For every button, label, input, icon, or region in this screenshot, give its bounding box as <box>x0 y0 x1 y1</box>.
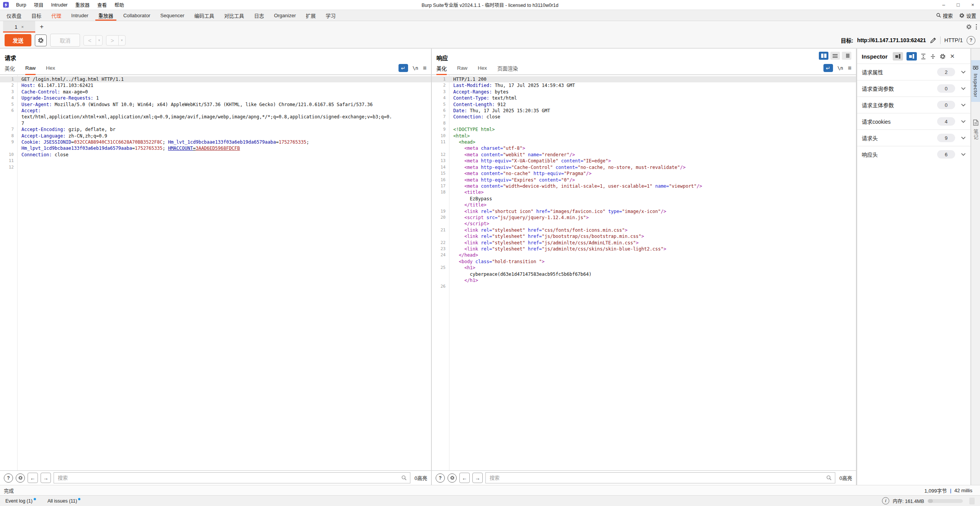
info-icon[interactable]: i <box>882 497 889 504</box>
main-tab-0[interactable]: 仪表盘 <box>2 10 26 21</box>
code-line[interactable]: Hm_lpvt_1cd9bcbaae133f03a6eb19da6579aaba… <box>0 145 431 151</box>
chevron-down-icon[interactable] <box>961 153 966 156</box>
code-line[interactable]: 3Cache-Control: max-age=0 <box>0 89 431 95</box>
cancel-button[interactable]: 取消 <box>50 34 80 47</box>
main-tab-11[interactable]: 扩展 <box>301 10 321 21</box>
main-tab-9[interactable]: 日志 <box>249 10 269 21</box>
search-prev-button[interactable]: ← <box>459 473 470 483</box>
editor-menu-icon[interactable]: ≡ <box>848 65 851 72</box>
code-line[interactable]: 14 <meta http-equiv="Cache-Control" cont… <box>432 164 856 170</box>
search-prev-button[interactable]: ← <box>28 473 38 483</box>
main-tab-7[interactable]: 编码工具 <box>189 10 219 21</box>
chevron-down-icon[interactable] <box>961 87 966 90</box>
chevron-down-icon[interactable] <box>961 120 966 123</box>
repeater-tab-1[interactable]: 1 × <box>3 21 35 33</box>
request-search-input[interactable] <box>57 475 401 481</box>
all-issues-button[interactable]: All issues (11) <box>47 498 81 504</box>
add-tab-button[interactable]: + <box>35 21 48 33</box>
code-line[interactable]: 6Accept: <box>0 108 431 114</box>
code-line[interactable]: 26 <box>432 283 856 290</box>
request-view-tab-1[interactable]: Raw <box>25 62 36 74</box>
code-line[interactable]: 16 <meta http-equiv="Expires" content="0… <box>432 177 856 183</box>
chevron-down-icon[interactable] <box>961 136 966 139</box>
code-line[interactable]: 4Content-Type: text/html <box>432 95 856 101</box>
code-line[interactable]: 18 <title> <box>432 189 856 195</box>
menu-item-4[interactable]: 查看 <box>93 0 111 10</box>
code-line[interactable]: 22 <link rel="stylesheet" href="js/admin… <box>432 240 856 246</box>
layout-rows-button[interactable] <box>830 52 840 60</box>
response-editor[interactable]: 1HTTP/1.1 2002Last-Modified: Thu, 17 Jul… <box>432 75 856 470</box>
search-settings-gear-icon[interactable] <box>448 473 457 483</box>
history-back-button[interactable]: < ▾ <box>83 35 103 46</box>
code-line[interactable]: EzBypass <box>432 196 856 202</box>
code-line[interactable]: 19 <link rel="shortcut icon" href="image… <box>432 208 856 215</box>
code-line[interactable]: 1HTTP/1.1 200 <box>432 76 856 82</box>
code-line[interactable]: 8Accept-Language: zh-CN,zh;q=0.9 <box>0 133 431 139</box>
main-tab-1[interactable]: 目标 <box>26 10 46 21</box>
search-next-button[interactable]: → <box>472 473 483 483</box>
code-line[interactable]: 24 </head> <box>432 252 856 258</box>
send-button[interactable]: 发送 <box>5 34 31 46</box>
code-line[interactable]: text/html,application/xhtml+xml,applicat… <box>0 114 431 120</box>
layout-columns-button[interactable] <box>819 52 828 60</box>
main-tab-6[interactable]: Sequencer <box>155 10 189 21</box>
code-line[interactable]: 10<html> <box>432 133 856 139</box>
code-line[interactable]: 8 <box>432 120 856 126</box>
response-view-tab-3[interactable]: 页面渲染 <box>497 62 518 74</box>
code-line[interactable]: 7Accept-Encoding: gzip, deflate, br <box>0 126 431 133</box>
code-line[interactable]: 15 <meta content="no-cache" http-equiv="… <box>432 170 856 177</box>
code-line[interactable]: 10Connection: close <box>0 152 431 158</box>
code-line[interactable]: 13 <meta http-equiv="X-UA-Compatible" co… <box>432 158 856 164</box>
request-view-tab-0[interactable]: 美化 <box>5 62 15 74</box>
inspector-close-icon[interactable]: ✕ <box>950 53 955 60</box>
help-icon[interactable]: ? <box>967 36 975 45</box>
code-line[interactable]: </h1> <box>432 277 856 283</box>
code-line[interactable]: 23 <link rel="stylesheet" href="js/admin… <box>432 246 856 252</box>
inspector-dock-right-toggle[interactable] <box>906 52 917 61</box>
code-line[interactable]: 17 <meta content="width=device-width, in… <box>432 183 856 189</box>
soft-wrap-toggle-icon[interactable]: ↵ <box>823 64 833 72</box>
code-line[interactable]: 9Cookie: JSESSIONID=032CCAB8940C31CC6628… <box>0 139 431 145</box>
code-line[interactable]: 7 <box>0 120 431 126</box>
close-button[interactable]: × <box>965 0 980 10</box>
menu-item-2[interactable]: Intruder <box>47 0 71 10</box>
maximize-button[interactable]: □ <box>951 0 965 10</box>
main-tab-4[interactable]: 重放器 <box>93 10 118 21</box>
code-line[interactable]: 12 <box>0 164 431 170</box>
code-line[interactable]: 3Accept-Ranges: bytes <box>432 89 856 95</box>
main-tab-12[interactable]: 学习 <box>321 10 341 21</box>
global-settings-button[interactable]: 设置 <box>959 12 976 19</box>
code-line[interactable]: 11 <head> <box>432 139 856 145</box>
show-newlines-toggle-icon[interactable]: \n <box>838 65 843 71</box>
layout-single-button[interactable] <box>842 52 851 60</box>
code-line[interactable]: 4Upgrade-Insecure-Requests: 1 <box>0 95 431 101</box>
minimize-button[interactable]: – <box>936 0 951 10</box>
forward-dropdown-icon[interactable]: ▾ <box>118 36 125 45</box>
inspector-section-0[interactable]: 请求属性2 <box>857 64 970 80</box>
tab-settings-gear-icon[interactable] <box>966 24 972 30</box>
code-line[interactable]: <link rel="stylesheet" href="js/bootstra… <box>432 233 856 239</box>
inspector-section-4[interactable]: 请求头9 <box>857 129 970 146</box>
request-editor[interactable]: 1GET /login.html/../flag.html HTTP/1.12H… <box>0 75 431 470</box>
code-line[interactable]: cyberpeace(d63e1d47147583eacb95fc5b6bf67… <box>432 271 856 277</box>
response-view-tab-0[interactable]: 美化 <box>436 62 447 74</box>
search-settings-gear-icon[interactable] <box>16 473 25 483</box>
expand-all-icon[interactable] <box>920 54 926 59</box>
history-forward-button[interactable]: > ▾ <box>106 35 125 46</box>
code-line[interactable]: 11 <box>0 158 431 164</box>
menu-item-3[interactable]: 重放器 <box>72 0 94 10</box>
main-tab-10[interactable]: Organizer <box>269 10 301 21</box>
request-view-tab-2[interactable]: Hex <box>46 62 55 74</box>
event-log-button[interactable]: Event log (1) <box>5 498 36 504</box>
code-line[interactable]: 2Last-Modified: Thu, 17 Jul 2025 14:59:4… <box>432 82 856 88</box>
http-version-select[interactable]: HTTP/1 <box>944 37 963 43</box>
response-view-tab-1[interactable]: Raw <box>457 62 467 74</box>
code-line[interactable]: 12 <meta content="webkit" name="renderer… <box>432 152 856 158</box>
inspector-section-2[interactable]: 请求主体参数0 <box>857 97 970 113</box>
inspector-section-5[interactable]: 响应头6 <box>857 146 970 162</box>
inspector-section-1[interactable]: 请求查询参数0 <box>857 80 970 97</box>
response-search-input[interactable] <box>489 475 826 481</box>
back-dropdown-icon[interactable]: ▾ <box>96 36 103 45</box>
code-line[interactable]: 20 <script src="js/jquery/jquery-1.12.4.… <box>432 215 856 221</box>
show-newlines-toggle-icon[interactable]: \n <box>413 65 418 71</box>
